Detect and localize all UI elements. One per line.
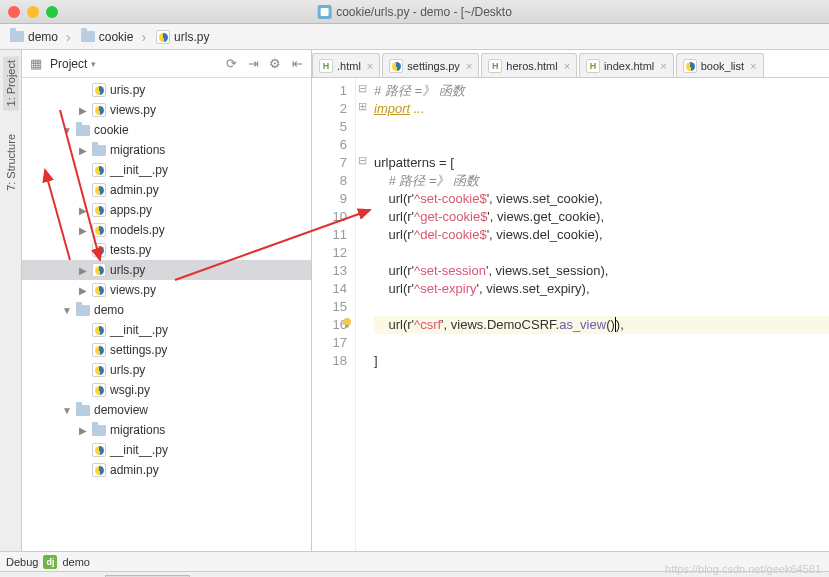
folder-icon xyxy=(76,125,90,136)
folder-icon xyxy=(92,145,106,156)
tree-toggle-icon[interactable]: ▼ xyxy=(62,305,72,316)
tree-node[interactable]: ▶views.py xyxy=(22,280,311,300)
line-number: 9 xyxy=(312,190,347,208)
folder-icon xyxy=(81,31,95,42)
tree-toggle-icon[interactable]: ▶ xyxy=(78,425,88,436)
tree-node-label: tests.py xyxy=(110,243,151,257)
svg-point-0 xyxy=(343,318,351,326)
tree-node-label: admin.py xyxy=(110,183,159,197)
tree-toggle-icon[interactable]: ▼ xyxy=(62,405,72,416)
fold-toggle-icon[interactable]: ⊞ xyxy=(358,100,367,113)
gutter-line-numbers: 1256789101112131415161718 xyxy=(312,78,356,551)
tool-window-tab-structure[interactable]: 7: Structure xyxy=(3,130,19,195)
tree-node-label: __init__.py xyxy=(110,323,168,337)
line-number: 7 xyxy=(312,154,347,172)
tree-toggle-icon[interactable]: ▶ xyxy=(78,105,88,116)
editor-tab[interactable]: settings.py× xyxy=(382,53,479,77)
tree-toggle-icon[interactable]: ▼ xyxy=(62,125,72,136)
tree-node[interactable]: ▶admin.py xyxy=(22,180,311,200)
tree-node[interactable]: ▶tests.py xyxy=(22,240,311,260)
tool-window-tab-project[interactable]: 1: Project xyxy=(3,56,19,110)
close-tab-icon[interactable]: × xyxy=(660,60,666,72)
tree-node[interactable]: ▶migrations xyxy=(22,420,311,440)
editor-tab[interactable]: Hheros.html× xyxy=(481,53,577,77)
django-icon: dj xyxy=(43,555,57,569)
line-number: 12 xyxy=(312,244,347,262)
hide-button[interactable]: ⇤ xyxy=(289,56,305,72)
line-number: 6 xyxy=(312,136,347,154)
zoom-window-button[interactable] xyxy=(46,6,58,18)
tree-node[interactable]: ▶wsgi.py xyxy=(22,380,311,400)
tree-node-label: __init__.py xyxy=(110,443,168,457)
tree-node-label: urls.py xyxy=(110,263,145,277)
window-titlebar: cookie/urls.py - demo - [~/Deskto xyxy=(0,0,829,24)
tree-node-label: demoview xyxy=(94,403,148,417)
left-gutter: 1: Project 7: Structure xyxy=(0,50,22,551)
html-icon: H xyxy=(488,59,502,73)
tree-node[interactable]: ▶admin.py xyxy=(22,460,311,480)
close-tab-icon[interactable]: × xyxy=(750,60,756,72)
project-tool-window: ▦ Project▾ ⟳ ⇥ ⚙ ⇤ ▶uris.py▶views.py▼coo… xyxy=(22,50,312,551)
tree-node[interactable]: ▶models.py xyxy=(22,220,311,240)
tree-node[interactable]: ▼cookie xyxy=(22,120,311,140)
python-icon xyxy=(92,283,106,297)
tree-node[interactable]: ▶views.py xyxy=(22,100,311,120)
code-editor[interactable]: ⊟ # 路径 =》 函数 ⊞ import ... ⊟ urlpatterns … xyxy=(356,78,829,551)
tree-node-label: views.py xyxy=(110,103,156,117)
tree-toggle-icon[interactable]: ▶ xyxy=(78,145,88,156)
breadcrumb-item[interactable]: cookie xyxy=(77,27,150,47)
editor-tabs: H.html×settings.py×Hheros.html×Hindex.ht… xyxy=(312,50,829,78)
tree-node-label: wsgi.py xyxy=(110,383,150,397)
python-icon xyxy=(92,323,106,337)
line-number: 11 xyxy=(312,226,347,244)
settings-gear-icon[interactable]: ⚙ xyxy=(267,56,283,72)
tree-node[interactable]: ▶apps.py xyxy=(22,200,311,220)
fold-toggle-icon[interactable]: ⊟ xyxy=(358,154,367,167)
tree-toggle-icon[interactable]: ▶ xyxy=(78,285,88,296)
project-mode-dropdown[interactable]: Project▾ xyxy=(50,57,96,71)
tree-node[interactable]: ▼demoview xyxy=(22,400,311,420)
editor-tab[interactable]: Hindex.html× xyxy=(579,53,674,77)
breadcrumb-item[interactable]: demo xyxy=(6,27,75,47)
tree-node[interactable]: ▶migrations xyxy=(22,140,311,160)
editor-tab[interactable]: H.html× xyxy=(312,53,380,77)
line-number: 18 xyxy=(312,352,347,370)
tree-toggle-icon[interactable]: ▶ xyxy=(78,225,88,236)
text-cursor xyxy=(615,317,616,332)
line-number: 15 xyxy=(312,298,347,316)
project-tree[interactable]: ▶uris.py▶views.py▼cookie▶migrations▶__in… xyxy=(22,78,311,551)
python-icon xyxy=(92,163,106,177)
close-window-button[interactable] xyxy=(8,6,20,18)
locate-button[interactable]: ⟳ xyxy=(223,56,239,72)
tree-node[interactable]: ▼demo xyxy=(22,300,311,320)
python-icon xyxy=(92,243,106,257)
editor-tab[interactable]: book_list× xyxy=(676,53,764,77)
close-tab-icon[interactable]: × xyxy=(466,60,472,72)
tree-toggle-icon[interactable]: ▶ xyxy=(78,205,88,216)
tree-toggle-icon[interactable]: ▶ xyxy=(78,265,88,276)
intention-bulb-icon[interactable] xyxy=(340,316,354,330)
line-number: 14 xyxy=(312,280,347,298)
breadcrumb-item[interactable]: urls.py xyxy=(152,28,221,46)
tree-node[interactable]: ▶__init__.py xyxy=(22,440,311,460)
collapse-all-button[interactable]: ⇥ xyxy=(245,56,261,72)
tree-node[interactable]: ▶uris.py xyxy=(22,80,311,100)
fold-toggle-icon[interactable]: ⊟ xyxy=(358,82,367,95)
tree-node[interactable]: ▶__init__.py xyxy=(22,320,311,340)
line-number: 1 xyxy=(312,82,347,100)
python-icon xyxy=(92,103,106,117)
tree-node[interactable]: ▶urls.py xyxy=(22,260,311,280)
python-icon xyxy=(683,59,697,73)
python-icon xyxy=(92,343,106,357)
close-tab-icon[interactable]: × xyxy=(367,60,373,72)
watermark: https://blog.csdn.net/geek64581 xyxy=(665,563,821,575)
window-title-text: cookie/urls.py - demo - [~/Deskto xyxy=(336,5,512,19)
close-tab-icon[interactable]: × xyxy=(564,60,570,72)
html-icon: H xyxy=(319,59,333,73)
tree-node[interactable]: ▶settings.py xyxy=(22,340,311,360)
minimize-window-button[interactable] xyxy=(27,6,39,18)
editor-tab-label: index.html xyxy=(604,60,654,72)
tree-node[interactable]: ▶urls.py xyxy=(22,360,311,380)
window-title: cookie/urls.py - demo - [~/Deskto xyxy=(317,5,512,19)
tree-node[interactable]: ▶__init__.py xyxy=(22,160,311,180)
